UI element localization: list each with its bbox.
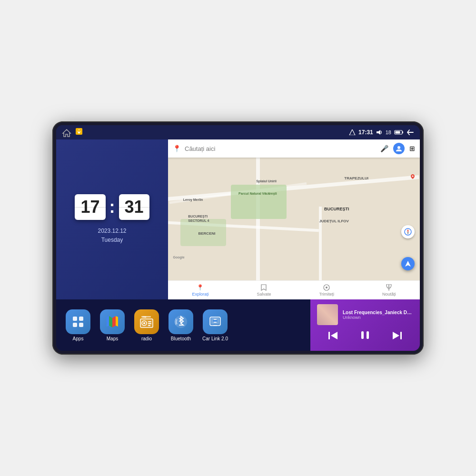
svg-rect-8 [396, 131, 400, 134]
map-search-text[interactable]: Căutați aici [185, 145, 377, 152]
back-icon[interactable] [407, 129, 414, 136]
map-label-leroy: Leroy Merlin [183, 198, 203, 201]
svg-rect-27 [148, 325, 150, 326]
svg-rect-18 [73, 317, 77, 321]
music-thumbnail [317, 304, 338, 325]
carlink-icon-wrapper [203, 309, 228, 334]
map-nav-saved-label: Salvate [257, 292, 271, 297]
music-next-button[interactable] [388, 330, 406, 343]
svg-marker-12 [407, 229, 409, 232]
map-nav-news-icon [386, 284, 392, 291]
bluetooth-label: Bluetooth [171, 336, 191, 341]
map-widget[interactable]: 📍 Căutați aici 🎤 ⊞ [168, 139, 420, 299]
music-player: Lost Frequencies_Janieck Devy-... Unknow… [310, 299, 420, 351]
app-icon-apps[interactable]: Apps [64, 309, 92, 341]
music-play-button[interactable] [356, 329, 374, 344]
bluetooth-icon-wrapper [169, 309, 193, 334]
svg-marker-0 [63, 129, 70, 137]
svg-marker-41 [393, 332, 399, 339]
map-label-google: Google [173, 256, 185, 259]
top-section: 17 : 31 2023.12.12 Tuesday 📍 Căutați aic… [56, 139, 420, 299]
map-red-pin [411, 172, 415, 177]
svg-rect-38 [361, 331, 364, 339]
music-details: Lost Frequencies_Janieck Devy-... Unknow… [343, 310, 413, 320]
map-account-icon[interactable] [393, 143, 405, 154]
battery-level: 18 [386, 129, 391, 135]
carlink-label: Car Link 2.0 [202, 336, 228, 341]
svg-marker-37 [331, 332, 337, 339]
home-icon[interactable] [62, 129, 71, 136]
svg-point-9 [397, 146, 400, 149]
map-nav-send-label: Trimiteți [319, 292, 334, 297]
svg-marker-3 [349, 129, 355, 135]
status-bar: 17:31 18 [56, 125, 420, 139]
map-nav-saved-icon [261, 284, 267, 291]
map-label-parc: Parcul Natural Văcărești [238, 192, 277, 195]
app-icon-maps[interactable]: Maps [98, 309, 127, 341]
device-screen: 17:31 18 [56, 125, 420, 351]
apps-label: Apps [73, 336, 84, 341]
svg-rect-26 [148, 323, 151, 324]
status-bar-left [62, 128, 83, 137]
music-title: Lost Frequencies_Janieck Devy-... [343, 310, 413, 315]
maps-label: Maps [107, 336, 118, 341]
app-icon-carlink[interactable]: Car Link 2.0 [201, 309, 229, 341]
svg-point-17 [388, 290, 389, 291]
svg-rect-7 [402, 131, 403, 133]
radio-icon-wrapper: FM [134, 309, 159, 334]
map-nav-explore-label: Explorați [192, 292, 208, 297]
svg-point-24 [143, 322, 145, 324]
status-bar-right: 17:31 18 [349, 129, 414, 136]
svg-rect-19 [79, 317, 83, 321]
music-album-art [317, 304, 338, 325]
volume-icon [376, 129, 383, 135]
map-body[interactable]: TRAPEZULUI BUCUREȘTI JUDEȚUL ILFOV BERCE… [168, 158, 420, 280]
svg-marker-5 [378, 130, 380, 135]
map-pin-icon: 📍 [173, 145, 181, 152]
music-info-row: Lost Frequencies_Janieck Devy-... Unknow… [317, 304, 413, 325]
map-mic-icon[interactable]: 🎤 [380, 145, 388, 152]
map-label-sector4: BUCUREȘTISECTORUL 4 [188, 214, 209, 223]
music-prev-button[interactable] [324, 330, 342, 343]
svg-rect-35 [213, 320, 218, 322]
signal-icon [349, 129, 356, 135]
svg-rect-33 [213, 325, 217, 326]
battery-icon [394, 129, 404, 135]
svg-rect-25 [148, 321, 151, 322]
map-search-bar: 📍 Căutați aici 🎤 ⊞ [168, 139, 420, 158]
flip-clock: 17 : 31 [75, 194, 149, 220]
svg-rect-40 [400, 332, 402, 339]
map-nav-bar: 📍 Explorați Salvate [168, 280, 420, 299]
map-nav-news-label: Noutăți [382, 292, 396, 297]
svg-rect-4 [377, 131, 378, 133]
app-icon-bluetooth[interactable]: Bluetooth [167, 309, 195, 341]
map-nav-explore-icon: 📍 [197, 284, 204, 291]
map-compass-btn[interactable] [401, 225, 415, 238]
map-nav-send-icon [323, 284, 330, 291]
svg-text:FM: FM [143, 316, 146, 318]
clock-date: 2023.12.12 Tuesday [98, 227, 126, 245]
map-nav-explore[interactable]: 📍 Explorați [192, 284, 208, 297]
music-controls [317, 328, 413, 344]
clock-widget: 17 : 31 2023.12.12 Tuesday [56, 139, 168, 299]
car-head-unit: 17:31 18 [52, 121, 424, 355]
svg-rect-39 [367, 331, 369, 339]
map-nav-news[interactable]: Noutăți [382, 284, 396, 297]
map-direction-btn[interactable] [401, 257, 415, 270]
clock-minute: 31 [119, 194, 149, 220]
maps-shortcut-icon[interactable] [75, 128, 83, 137]
clock-hour: 17 [75, 194, 105, 220]
map-label-splaiul: Splaiul Unirii [256, 179, 277, 183]
map-layers-icon[interactable]: ⊞ [409, 145, 415, 152]
radio-label: radio [141, 336, 152, 341]
status-time: 17:31 [358, 129, 373, 136]
svg-marker-14 [405, 261, 411, 267]
app-icon-radio[interactable]: FM radio [132, 309, 161, 341]
map-nav-saved[interactable]: Salvate [257, 284, 271, 297]
bottom-section: Apps Maps [56, 299, 420, 351]
app-icons-row: Apps Maps [56, 299, 310, 351]
map-nav-send[interactable]: Trimiteți [319, 284, 334, 297]
svg-marker-13 [407, 232, 409, 235]
svg-point-2 [78, 130, 80, 132]
maps-icon-wrapper [100, 309, 125, 334]
